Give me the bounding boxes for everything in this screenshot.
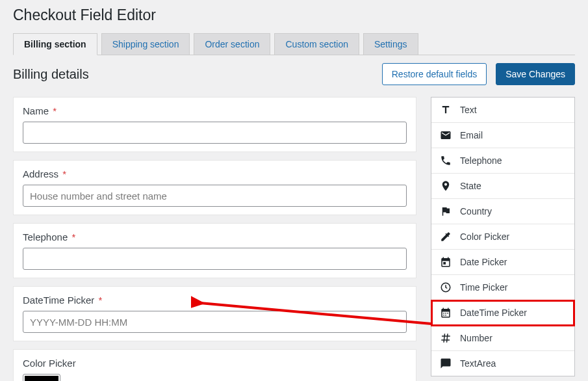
- sidebar-item-label: Number: [460, 333, 492, 343]
- field-types-column: Text Email Telephone State: [431, 97, 575, 381]
- comment-icon: [439, 358, 452, 369]
- field-label: Color Picker: [23, 358, 407, 369]
- sidebar-item-datepicker[interactable]: Date Picker: [431, 250, 574, 275]
- restore-button[interactable]: Restore default fields: [382, 63, 487, 85]
- sidebar-item-label: Country: [460, 206, 492, 217]
- sidebar-item-label: Text: [460, 105, 477, 115]
- form-column: Name * Address * Telephone * DateTime Pi…: [13, 97, 416, 381]
- sidebar-item-telephone[interactable]: Telephone: [431, 148, 574, 174]
- sidebar-item-label: Time Picker: [460, 282, 507, 293]
- color-swatch[interactable]: [23, 374, 60, 381]
- subheader: Billing details Restore default fields S…: [13, 63, 575, 85]
- address-input[interactable]: [23, 185, 407, 207]
- calendar-icon: [439, 307, 452, 319]
- sidebar-item-timepicker[interactable]: Time Picker: [431, 275, 574, 300]
- pin-icon: [439, 180, 452, 192]
- sidebar-item-label: DateTime Picker: [460, 308, 527, 318]
- field-colorpicker[interactable]: Color Picker: [13, 349, 416, 381]
- telephone-icon: [439, 155, 452, 166]
- sidebar-item-email[interactable]: Email: [431, 123, 574, 148]
- sidebar-item-label: TextArea: [460, 358, 496, 369]
- required-marker: *: [53, 105, 57, 116]
- section-title: Billing details: [13, 67, 89, 82]
- sidebar-item-number[interactable]: Number: [431, 326, 574, 351]
- sidebar-item-datetimepicker[interactable]: DateTime Picker: [431, 300, 574, 326]
- field-label: DateTime Picker *: [23, 295, 407, 306]
- sidebar-item-label: State: [460, 181, 481, 191]
- sidebar-item-text[interactable]: Text: [431, 98, 574, 123]
- page-title: Checkout Field Editor: [13, 7, 575, 24]
- required-marker: *: [98, 295, 102, 306]
- flag-icon: [439, 205, 452, 217]
- required-marker: *: [62, 168, 66, 179]
- field-label: Name *: [23, 105, 407, 116]
- tab-billing[interactable]: Billing section: [13, 33, 97, 55]
- sidebar-item-colorpicker[interactable]: Color Picker: [431, 224, 574, 250]
- sidebar-item-label: Color Picker: [460, 231, 509, 242]
- field-types-list: Text Email Telephone State: [431, 97, 575, 376]
- required-marker: *: [71, 231, 75, 243]
- sidebar-item-label: Telephone: [460, 155, 502, 166]
- layout: Name * Address * Telephone * DateTime Pi…: [13, 97, 575, 381]
- datetime-input[interactable]: [23, 311, 407, 333]
- hash-icon: [439, 332, 452, 344]
- clock-icon: [439, 282, 452, 293]
- tab-settings[interactable]: Settings: [363, 33, 418, 55]
- telephone-input[interactable]: [23, 248, 407, 270]
- tab-custom[interactable]: Custom section: [274, 33, 359, 55]
- field-name[interactable]: Name *: [13, 97, 416, 152]
- field-label: Telephone *: [23, 231, 407, 243]
- field-address[interactable]: Address *: [13, 160, 416, 215]
- sidebar-item-label: Email: [460, 130, 483, 140]
- action-buttons: Restore default fields Save Changes: [382, 63, 575, 85]
- sidebar-item-textarea[interactable]: TextArea: [431, 351, 574, 376]
- field-telephone[interactable]: Telephone *: [13, 223, 416, 278]
- save-button[interactable]: Save Changes: [496, 63, 575, 85]
- email-icon: [439, 129, 452, 141]
- sidebar-item-label: Date Picker: [460, 257, 507, 267]
- tab-order[interactable]: Order section: [194, 33, 270, 55]
- eyedropper-icon: [439, 231, 452, 243]
- field-label: Address *: [23, 168, 407, 179]
- calendar-icon: [439, 256, 452, 268]
- tabs-container: Billing section Shipping section Order s…: [13, 33, 575, 55]
- sidebar-item-country[interactable]: Country: [431, 199, 574, 224]
- name-input[interactable]: [23, 122, 407, 144]
- color-swatch-value: [25, 376, 58, 381]
- field-datetime[interactable]: DateTime Picker *: [13, 286, 416, 341]
- sidebar-item-state[interactable]: State: [431, 174, 574, 199]
- tab-shipping[interactable]: Shipping section: [101, 33, 190, 55]
- text-icon: [439, 104, 452, 116]
